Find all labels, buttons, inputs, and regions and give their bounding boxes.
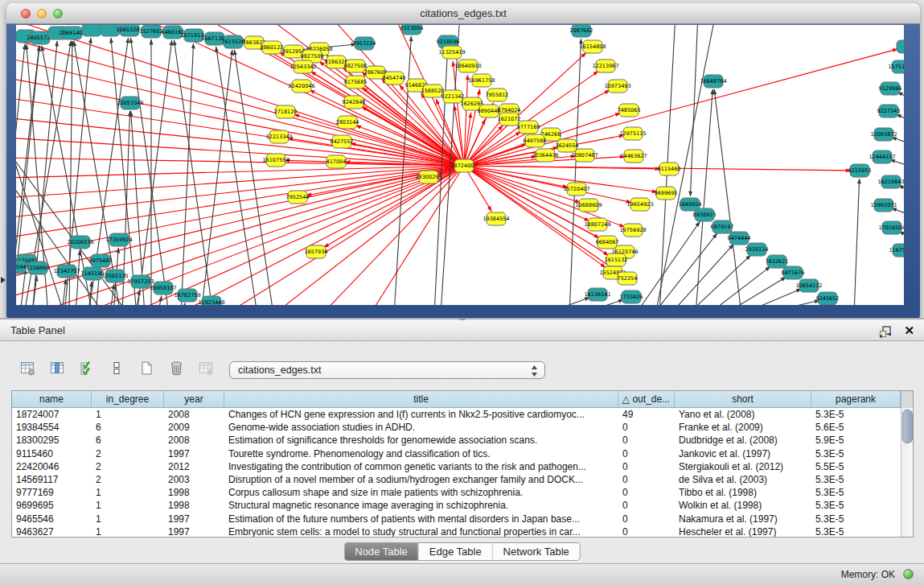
table-cell[interactable]: 9699695 <box>12 499 92 512</box>
table-cell[interactable]: 0 <box>618 499 675 512</box>
table-cell[interactable]: Wolkin et al. (1998) <box>675 499 811 512</box>
table-cell[interactable]: 18300295 <box>12 434 92 447</box>
table-cell[interactable]: 6 <box>92 434 164 447</box>
table-cell[interactable]: de Silva et al. (2003) <box>675 473 811 486</box>
table-row[interactable]: 969969511998Structural magnetic resonanc… <box>12 499 913 512</box>
graph-node[interactable]: 16782759 <box>174 289 200 302</box>
graph-node[interactable]: 22420046 <box>288 80 314 93</box>
graph-node[interactable]: 16154808 <box>579 40 606 53</box>
graph-node[interactable]: 9215953 <box>848 164 872 177</box>
graph-node[interactable]: 3624554 <box>556 139 579 152</box>
graph-node[interactable]: 2087682 <box>570 25 593 37</box>
column-header-out_de[interactable]: △ out_de... <box>618 391 675 407</box>
table-cell[interactable]: 5.5E-5 <box>811 460 901 473</box>
select-rows-button[interactable] <box>76 356 98 379</box>
graph-node[interactable]: 2935114 <box>745 243 769 256</box>
graph-node[interactable]: 20053346 <box>117 97 143 109</box>
graph-node[interactable]: 20206536 <box>67 236 93 249</box>
table-cell[interactable]: 9465546 <box>12 513 92 525</box>
table-cell[interactable]: 2008 <box>164 434 224 447</box>
table-cell[interactable]: 9463627 <box>12 525 92 538</box>
graph-node[interactable]: 8454749 <box>383 72 406 84</box>
table-cell[interactable]: Jankovic et al. (1997) <box>675 447 811 460</box>
table-cell[interactable]: 5.3E-5 <box>811 513 901 525</box>
table-cell[interactable]: 5.3E-5 <box>811 525 901 538</box>
column-header-short[interactable]: short <box>675 391 811 407</box>
table-cell[interactable]: Estimation of the future numbers of pati… <box>224 513 618 525</box>
graph-node[interactable]: 12093872 <box>870 128 897 141</box>
table-cell[interactable]: 5.6E-5 <box>811 421 901 434</box>
graph-node[interactable]: 14136141 <box>584 288 610 301</box>
table-row[interactable]: 946362711997Embryonic stem cells: a mode… <box>12 525 913 538</box>
table-cell[interactable]: 2 <box>92 460 164 473</box>
table-cell[interactable]: 0 <box>618 513 675 525</box>
graph-node[interactable]: 9129966 <box>879 82 902 95</box>
table-cell[interactable]: Changes of HCN gene expression and I(f) … <box>224 408 618 421</box>
table-cell[interactable]: Corpus callosum shape and size in male p… <box>224 486 618 499</box>
zoom-window-button[interactable] <box>53 9 63 19</box>
graph-node[interactable]: 14463627 <box>620 150 647 163</box>
graph-node[interactable]: 9115460 <box>658 163 681 175</box>
table-cell[interactable]: Tourette syndrome. Phenomenology and cla… <box>224 447 618 460</box>
graph-node[interactable]: 10688609 <box>575 199 602 212</box>
table-cell[interactable]: 0 <box>618 473 675 486</box>
table-row[interactable]: 1872400712008Changes of HCN gene express… <box>12 408 913 421</box>
graph-node[interactable]: 8860123 <box>261 41 284 54</box>
graph-node[interactable]: 10543342 <box>290 60 316 73</box>
table-cell[interactable]: 5.3E-5 <box>811 499 901 512</box>
graph-node[interactable]: 9227343 <box>877 105 901 117</box>
checklist-button[interactable] <box>105 356 128 379</box>
graph-node[interactable]: 7615526 <box>222 35 245 48</box>
graph-node[interactable]: 16107554 <box>262 154 289 167</box>
graph-node[interactable] <box>897 40 904 53</box>
table-cell[interactable]: 0 <box>618 421 675 434</box>
graph-node[interactable]: 16958107 <box>150 282 176 295</box>
table-cell[interactable]: 9115460 <box>12 447 92 460</box>
graph-node[interactable]: 19756928 <box>619 224 646 237</box>
table-cell[interactable]: 1997 <box>164 525 224 538</box>
table-cell[interactable]: Nakamura et al. (1997) <box>675 513 811 525</box>
table-row[interactable]: 977716911998Corpus callosum shape and si… <box>12 486 913 499</box>
graph-node[interactable]: 8471676 <box>782 266 805 279</box>
graph-node[interactable]: 12213967 <box>592 60 618 72</box>
table-cell[interactable]: 22420046 <box>12 460 92 473</box>
column-header-title[interactable]: title <box>224 391 618 407</box>
graph-node[interactable]: 7485063 <box>618 104 641 117</box>
graph-node[interactable]: 9242848 <box>343 96 366 109</box>
scrollbar-thumb[interactable] <box>902 410 913 443</box>
table-cell[interactable]: 1 <box>92 499 164 512</box>
graph-node[interactable]: 16648784 <box>700 75 726 88</box>
table-cell[interactable]: Tibbo et al. (1998) <box>675 486 811 499</box>
table-cell[interactable]: 2008 <box>164 408 224 421</box>
table-cell[interactable]: 1 <box>92 525 164 538</box>
close-panel-icon[interactable]: ✕ <box>904 323 914 338</box>
graph-node[interactable]: 1657934 <box>305 245 328 258</box>
tab-node-table[interactable]: Node Table <box>344 543 418 560</box>
table-cell[interactable]: 1997 <box>164 447 224 460</box>
network-canvas[interactable]: 2405572420691406106532871527602646616010… <box>16 25 904 305</box>
table-cell[interactable]: 6 <box>92 421 164 434</box>
graph-node[interactable]: 1615132 <box>605 253 628 266</box>
table-cell[interactable]: 14569117 <box>12 473 92 486</box>
table-cell[interactable]: Estimation of significance thresholds fo… <box>224 434 618 447</box>
table-cell[interactable]: 2009 <box>164 421 224 434</box>
graph-node[interactable]: 9245652 <box>816 292 840 305</box>
table-row[interactable]: 946554611997Estimation of the future num… <box>12 513 913 525</box>
table-cell[interactable]: 49 <box>618 408 675 421</box>
graph-node[interactable]: 9684067 <box>596 236 619 249</box>
table-cell[interactable]: Franke et al. (2009) <box>675 421 811 434</box>
table-cell[interactable]: Disruption of a novel member of a sodium… <box>224 473 618 486</box>
table-cell[interactable]: 2012 <box>164 460 224 473</box>
graph-node[interactable]: 12342757 <box>53 265 80 278</box>
graph-node[interactable]: 7955812 <box>486 89 509 101</box>
table-row[interactable]: 1938455462009Genome-wide association stu… <box>12 421 913 434</box>
table-cell[interactable]: 1 <box>92 486 164 499</box>
table-row[interactable]: 1830029562008Estimation of significance … <box>12 434 913 447</box>
graph-node[interactable]: 15992071 <box>870 199 897 212</box>
graph-node[interactable]: 9975487 <box>89 254 113 267</box>
table-row[interactable]: 911546021997Tourette syndrome. Phenomeno… <box>12 447 913 460</box>
table-cell[interactable]: 0 <box>618 525 675 538</box>
graph-node[interactable]: 19384554 <box>483 212 509 225</box>
table-cell[interactable]: Hescheler et al. (1997) <box>675 525 811 538</box>
graph-node[interactable]: 1156869 <box>27 262 50 274</box>
